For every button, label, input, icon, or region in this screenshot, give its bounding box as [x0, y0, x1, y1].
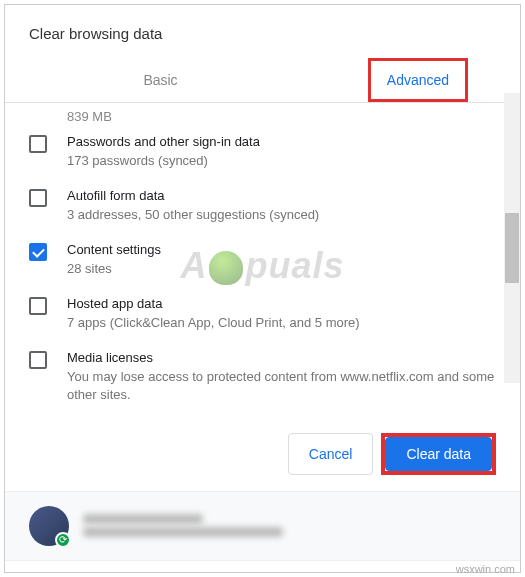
account-name-blurred [83, 514, 203, 524]
checkbox-autofill[interactable] [29, 189, 47, 207]
clear-data-highlight: Clear data [381, 433, 496, 475]
item-text: Passwords and other sign-in data 173 pas… [67, 134, 496, 170]
account-section: ⟳ [5, 491, 520, 561]
item-label: Media licenses [67, 350, 496, 367]
account-info [83, 511, 496, 540]
list-item: Content settings 28 sites [29, 242, 496, 278]
item-sublabel: 3 addresses, 50 other suggestions (synce… [67, 206, 496, 224]
checkbox-hosted-app-data[interactable] [29, 297, 47, 315]
source-mark: wsxwin.com [456, 563, 515, 575]
item-text: Media licenses You may lose access to pr… [67, 350, 496, 404]
item-text: Hosted app data 7 apps (Click&Clean App,… [67, 296, 496, 332]
list-item: Media licenses You may lose access to pr… [29, 350, 496, 404]
item-label: Passwords and other sign-in data [67, 134, 496, 151]
avatar: ⟳ [29, 506, 69, 546]
item-text: Autofill form data 3 addresses, 50 other… [67, 188, 496, 224]
dialog-title: Clear browsing data [29, 25, 496, 42]
checkbox-passwords[interactable] [29, 135, 47, 153]
cancel-button[interactable]: Cancel [288, 433, 374, 475]
dialog-header: Clear browsing data [5, 5, 520, 50]
tabs: Basic Advanced [5, 58, 520, 103]
account-email-blurred [83, 527, 283, 537]
item-label: Content settings [67, 242, 496, 259]
item-label: Hosted app data [67, 296, 496, 313]
item-sublabel: 173 passwords (synced) [67, 152, 496, 170]
sync-badge-icon: ⟳ [55, 532, 71, 548]
clear-browsing-data-dialog: Clear browsing data Basic Advanced 839 M… [4, 4, 521, 573]
previous-item-size: 839 MB [29, 109, 496, 124]
item-sublabel: 28 sites [67, 260, 496, 278]
footer-text: To clear browsing data from this device … [5, 561, 520, 573]
options-list: 839 MB Passwords and other sign-in data … [5, 103, 520, 405]
checkbox-media-licenses[interactable] [29, 351, 47, 369]
list-item: Autofill form data 3 addresses, 50 other… [29, 188, 496, 224]
item-label: Autofill form data [67, 188, 496, 205]
tab-advanced[interactable]: Advanced [368, 58, 468, 102]
clear-data-button[interactable]: Clear data [385, 437, 492, 471]
list-item: Passwords and other sign-in data 173 pas… [29, 134, 496, 170]
tab-basic[interactable]: Basic [5, 58, 316, 102]
item-sublabel: 7 apps (Click&Clean App, Cloud Print, an… [67, 314, 496, 332]
list-item: Hosted app data 7 apps (Click&Clean App,… [29, 296, 496, 332]
checkbox-content-settings[interactable] [29, 243, 47, 261]
item-sublabel: You may lose access to protected content… [67, 368, 496, 404]
dialog-actions: Cancel Clear data [5, 423, 520, 491]
item-text: Content settings 28 sites [67, 242, 496, 278]
